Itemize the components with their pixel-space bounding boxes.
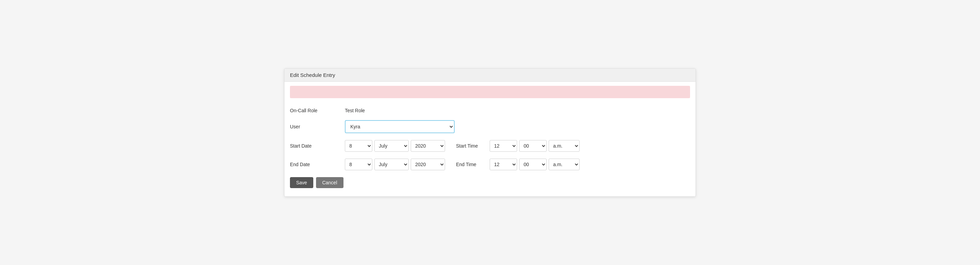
end-year-select[interactable]: 2019 2020 2021 2022 [411,159,445,170]
start-date-row: Start Date 8 January February March Apri… [290,140,690,152]
on-call-role-label: On-Call Role [290,108,345,113]
end-time-label: End Time [456,162,487,167]
end-day-select[interactable]: 8 [345,159,372,170]
button-row: Save Cancel [290,177,690,191]
end-minute-select[interactable]: 00 15 30 45 [519,159,547,170]
start-year-select[interactable]: 2019 2020 2021 2022 [411,140,445,152]
cancel-button[interactable]: Cancel [316,177,344,188]
end-time-group: 12 00 15 30 45 a.m. p.m. [490,159,579,170]
start-time-label: Start Time [456,143,487,148]
start-date-group: 8 January February March April May June … [345,140,445,152]
start-hour-select[interactable]: 12 [490,140,517,152]
start-ampm-select[interactable]: a.m. p.m. [549,140,579,152]
modal-header: Edit Schedule Entry [285,69,695,82]
start-time-group: 12 00 15 30 45 a.m. p.m. [490,140,579,152]
end-time-section: End Time 12 00 15 30 45 a.m. [456,159,579,170]
start-date-label: Start Date [290,143,345,148]
end-date-group: 8 January February March April May June … [345,159,445,170]
save-button[interactable]: Save [290,177,313,188]
end-month-select[interactable]: January February March April May June Ju… [374,159,409,170]
user-select[interactable]: Kyra [345,120,455,133]
error-banner [290,86,690,98]
start-day-select[interactable]: 8 [345,140,372,152]
start-date-time-row: 8 January February March April May June … [345,140,690,152]
end-date-label: End Date [290,162,345,167]
start-minute-select[interactable]: 00 15 30 45 [519,140,547,152]
modal-title: Edit Schedule Entry [290,72,335,78]
end-date-row: End Date 8 January February March April … [290,159,690,170]
on-call-role-value: Test Role [345,108,365,113]
end-ampm-select[interactable]: a.m. p.m. [549,159,579,170]
on-call-role-row: On-Call Role Test Role [290,108,690,113]
edit-schedule-modal: Edit Schedule Entry On-Call Role Test Ro… [284,68,696,197]
end-hour-select[interactable]: 12 [490,159,517,170]
user-row: User Kyra [290,120,690,133]
modal-body: On-Call Role Test Role User Kyra Start D… [285,98,695,196]
user-label: User [290,124,345,129]
end-date-time-row: 8 January February March April May June … [345,159,690,170]
start-month-select[interactable]: January February March April May June Ju… [374,140,409,152]
start-time-section: Start Time 12 00 15 30 45 a.m. [456,140,579,152]
